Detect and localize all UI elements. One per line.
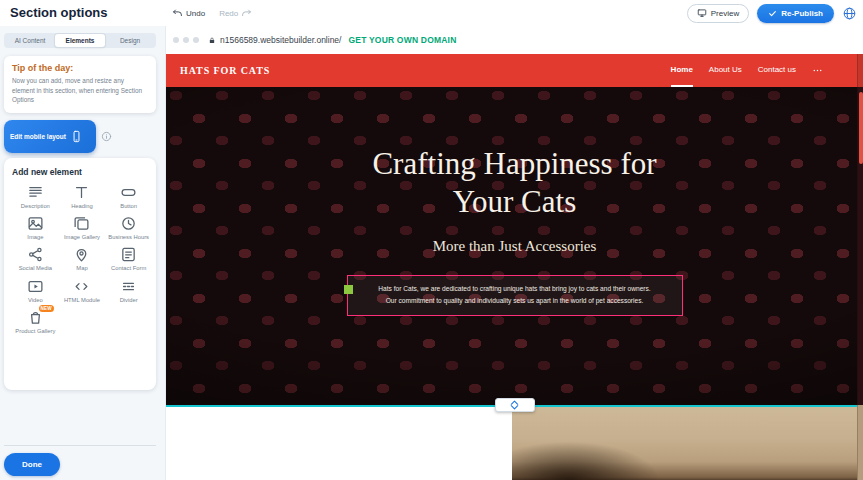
tip-of-the-day-card: Tip of the day: Now you can add, move an…: [4, 56, 156, 113]
html-module-icon: [73, 278, 90, 295]
element-button[interactable]: Button: [105, 183, 152, 211]
window-dot-icon: [193, 37, 199, 43]
republish-button[interactable]: Re-Publish: [757, 4, 834, 23]
monitor-icon: [697, 8, 707, 18]
section-resize-handle[interactable]: [495, 398, 535, 412]
divider-icon: [120, 278, 137, 295]
site-header: HATS FOR CATS Home About Us Contact us: [166, 54, 863, 87]
edit-mobile-layout-button[interactable]: Edit mobile layout: [4, 120, 96, 153]
element-image[interactable]: Image: [12, 214, 59, 242]
element-video[interactable]: Video: [12, 277, 59, 305]
selected-text-element[interactable]: Hats for Cats, we are dedicated to craft…: [347, 275, 683, 316]
republish-label: Re-Publish: [781, 9, 823, 18]
topbar: Section options Undo Redo Preview: [0, 0, 863, 26]
drag-handle[interactable]: [344, 285, 353, 294]
hero-body-line: Our commitment to quality and individual…: [356, 295, 674, 308]
video-icon: [27, 278, 44, 295]
nav-more-button[interactable]: [812, 65, 823, 76]
button-icon: [120, 184, 137, 201]
cat-carpet-image[interactable]: [512, 407, 863, 480]
hero-body-line: Hats for Cats, we are dedicated to craft…: [356, 283, 674, 296]
sidebar: AI Content Elements Design Tip of the da…: [0, 26, 166, 480]
topbar-actions: Preview Re-Publish: [687, 0, 857, 26]
product-gallery-icon: NEW: [27, 309, 44, 326]
add-new-element-panel: Add new element Description Heading Butt…: [4, 158, 156, 390]
add-new-element-title: Add new element: [12, 167, 152, 177]
tip-body: Now you can add, move and resize any ele…: [12, 76, 148, 105]
hero-subheading[interactable]: More than Just Accessories: [166, 238, 863, 255]
info-icon[interactable]: [101, 131, 112, 142]
tab-ai-content[interactable]: AI Content: [5, 34, 55, 47]
description-icon: [27, 184, 44, 201]
site-scrollbar[interactable]: [857, 54, 863, 480]
language-globe-button[interactable]: [842, 6, 857, 21]
social-media-icon: [27, 246, 44, 263]
element-description[interactable]: Description: [12, 183, 59, 211]
scrollbar-thumb[interactable]: [859, 92, 863, 164]
element-map[interactable]: Map: [59, 245, 106, 273]
undo-button[interactable]: Undo: [172, 8, 205, 19]
tab-design[interactable]: Design: [105, 34, 155, 47]
undo-label: Undo: [186, 9, 205, 18]
contact-form-icon: [120, 246, 137, 263]
site-nav: Home About Us Contact us: [671, 54, 823, 87]
sidebar-divider: [4, 445, 156, 446]
element-heading[interactable]: Heading: [59, 183, 106, 211]
browser-bar: n1566589.websitebuilder.online/ GET YOUR…: [166, 26, 863, 54]
globe-icon: [842, 6, 857, 21]
element-divider[interactable]: Divider: [105, 277, 152, 305]
phone-icon: [70, 130, 83, 143]
element-grid: Description Heading Button Image Image G…: [12, 183, 152, 336]
lock-icon: [208, 36, 216, 45]
hero-heading[interactable]: Crafting Happiness for Your Cats: [340, 87, 690, 221]
element-social-media[interactable]: Social Media: [12, 245, 59, 273]
element-product-gallery[interactable]: NEW Product Gallery: [12, 308, 59, 336]
sidebar-tabs: AI Content Elements Design: [4, 33, 156, 48]
tab-elements[interactable]: Elements: [55, 34, 105, 47]
image-icon: [27, 215, 44, 232]
undo-icon: [172, 8, 183, 19]
done-button[interactable]: Done: [4, 453, 60, 476]
tip-heading: Tip of the day:: [12, 63, 148, 73]
site-preview: HATS FOR CATS Home About Us Contact us C…: [166, 54, 863, 480]
map-icon: [73, 246, 90, 263]
app-window: Section options Undo Redo Preview: [0, 0, 863, 480]
window-dot-icon: [173, 37, 179, 43]
history-controls: Undo Redo: [172, 0, 252, 26]
nav-about-us[interactable]: About Us: [709, 54, 742, 87]
site-logo[interactable]: HATS FOR CATS: [180, 65, 270, 76]
site-url: n1566589.websitebuilder.online/: [220, 35, 341, 45]
next-section-empty: [166, 407, 512, 480]
preview-area: n1566589.websitebuilder.online/ GET YOUR…: [166, 26, 863, 480]
next-section: [166, 407, 863, 480]
heading-icon: [73, 184, 90, 201]
preview-button[interactable]: Preview: [687, 4, 749, 23]
new-badge: NEW: [39, 305, 54, 312]
redo-icon: [241, 8, 252, 19]
redo-button[interactable]: Redo: [219, 8, 252, 19]
redo-label: Redo: [219, 9, 238, 18]
preview-label: Preview: [711, 9, 739, 18]
element-contact-form[interactable]: Contact Form: [105, 245, 152, 273]
element-image-gallery[interactable]: Image Gallery: [59, 214, 106, 242]
image-gallery-icon: [73, 215, 90, 232]
window-dot-icon: [183, 37, 189, 43]
hero-section: Crafting Happiness for Your Cats More th…: [166, 87, 863, 405]
element-business-hours[interactable]: Business Hours: [105, 214, 152, 242]
nav-home[interactable]: Home: [671, 54, 693, 87]
element-html-module[interactable]: HTML Module: [59, 277, 106, 305]
nav-contact-us[interactable]: Contact us: [758, 54, 796, 87]
edit-mobile-layout-label: Edit mobile layout: [10, 133, 66, 141]
get-domain-link[interactable]: GET YOUR OWN DOMAIN: [348, 35, 456, 45]
check-icon: [768, 9, 777, 18]
page-title: Section options: [10, 0, 108, 26]
business-hours-icon: [120, 215, 137, 232]
